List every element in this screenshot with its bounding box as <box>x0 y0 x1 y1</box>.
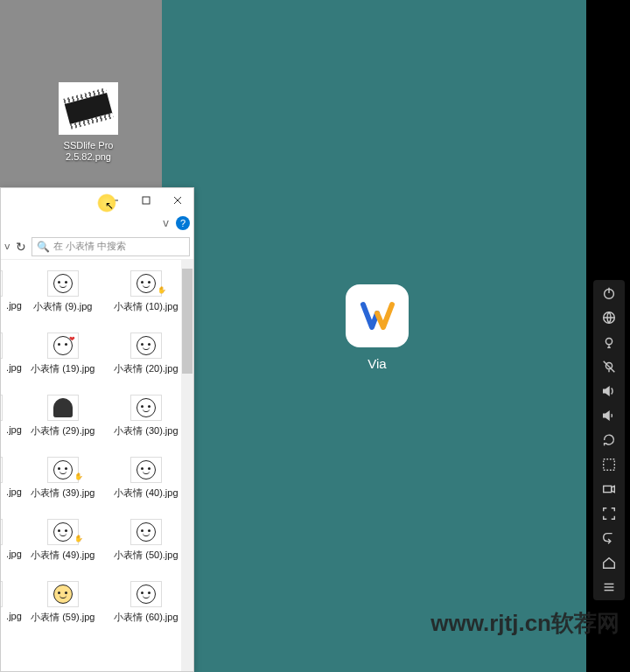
emulator-sidebar <box>593 280 625 600</box>
fullscreen-icon[interactable] <box>598 506 620 522</box>
window-titlebar[interactable]: ↖ <box>1 188 193 213</box>
record-icon[interactable] <box>598 481 620 497</box>
file-item[interactable]: 小表情 (60).jpg <box>99 581 193 624</box>
bulb-on-icon[interactable] <box>598 334 620 350</box>
svg-rect-10 <box>604 486 612 492</box>
search-input[interactable]: 🔍 在 小表情 中搜索 <box>32 237 190 256</box>
explorer-navrow: ⅴ ↻ 🔍 在 小表情 中搜索 <box>1 234 193 260</box>
scrollbar-thumb[interactable] <box>182 269 192 374</box>
file-item[interactable]: ✋ 小表情 (49).jpg <box>23 519 103 562</box>
file-item[interactable]: 小表情 (29).jpg <box>23 395 103 438</box>
desktop-file-label: SSDlife Pro 2.5.82.png <box>54 140 122 163</box>
power-icon[interactable] <box>598 285 620 301</box>
help-button[interactable]: ? <box>176 216 190 230</box>
explorer-toolbar: ⅴ ? <box>1 213 193 234</box>
volume-up-icon[interactable] <box>598 383 620 399</box>
svg-point-3 <box>606 339 612 345</box>
rotate-icon[interactable] <box>598 432 620 448</box>
volume-down-icon[interactable] <box>598 408 620 424</box>
file-item[interactable]: ✋ 小表情 (10).jpg <box>99 270 193 313</box>
file-grid: .jpg 小表情 (9).jpg ✋ 小表情 (10).jpg .jpg 小表情… <box>1 260 193 671</box>
screenshot-icon[interactable] <box>598 457 620 472</box>
file-item[interactable]: 小表情 (30).jpg <box>99 395 193 438</box>
search-placeholder: 在 小表情 中搜索 <box>53 240 126 253</box>
svg-rect-15 <box>143 197 150 204</box>
app-launcher-via[interactable]: Via <box>346 284 409 371</box>
svg-rect-9 <box>604 459 615 471</box>
search-icon: 🔍 <box>37 241 50 253</box>
home-icon[interactable] <box>598 555 620 570</box>
file-item[interactable]: 小表情 (40).jpg <box>99 457 193 500</box>
back-icon[interactable] <box>598 530 620 546</box>
network-icon[interactable] <box>598 310 620 326</box>
watermark-text: www.rjtj.cn软荐网 <box>430 608 620 639</box>
file-item[interactable]: 小表情 (19).jpg <box>23 332 103 375</box>
app-label: Via <box>346 356 409 371</box>
desktop-file-icon[interactable]: SSDlife Pro 2.5.82.png <box>54 82 122 163</box>
scrollbar[interactable] <box>181 260 193 671</box>
file-item[interactable]: ✋ 小表情 (39).jpg <box>23 457 103 500</box>
maximize-button[interactable] <box>130 188 162 213</box>
file-explorer-window: ↖ ⅴ ? ⅴ ↻ 🔍 在 小表情 中搜索 .jpg 小表情 (9).jpg <box>0 187 194 672</box>
chip-thumbnail <box>59 82 118 135</box>
close-button[interactable] <box>162 188 193 213</box>
file-item[interactable]: 小表情 (59).jpg <box>23 581 103 624</box>
file-item[interactable]: 小表情 (50).jpg <box>99 519 193 562</box>
refresh-button[interactable]: ↻ <box>16 240 26 254</box>
bulb-off-icon[interactable] <box>598 359 620 374</box>
chevron-down-icon[interactable]: ⅴ <box>158 216 172 230</box>
menu-icon[interactable] <box>598 579 620 595</box>
via-app-icon <box>346 284 409 347</box>
file-item[interactable]: 小表情 (20).jpg <box>99 332 193 375</box>
cursor-highlight <box>97 193 116 213</box>
nav-dropdown-icon[interactable]: ⅴ <box>4 241 10 252</box>
file-item[interactable]: 小表情 (9).jpg <box>23 270 103 313</box>
